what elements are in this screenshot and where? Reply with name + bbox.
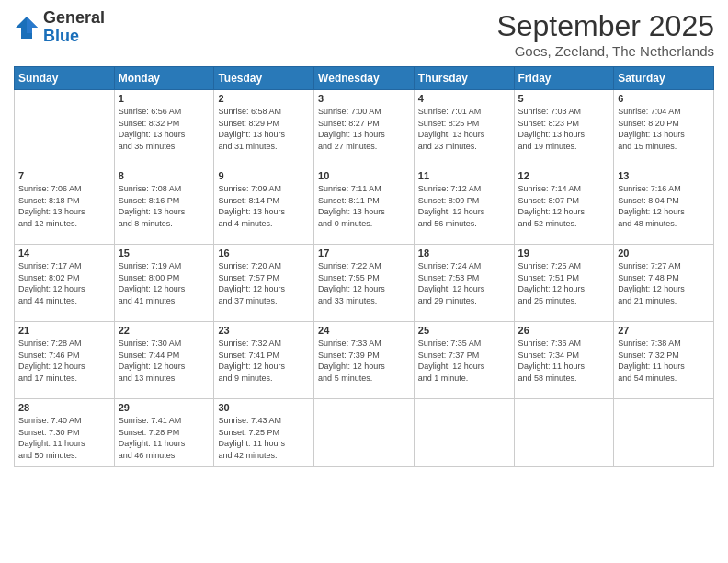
day-info: Sunrise: 7:22 AMSunset: 7:55 PMDaylight:… [318, 260, 410, 306]
day-number: 29 [119, 402, 210, 413]
month-title: September 2025 [496, 9, 714, 43]
day-info: Sunrise: 7:20 AMSunset: 7:57 PMDaylight:… [218, 260, 310, 306]
day-number: 9 [218, 170, 310, 181]
table-row [514, 399, 614, 467]
col-saturday: Saturday [614, 67, 714, 90]
logo-text: General Blue [43, 9, 105, 46]
day-info: Sunrise: 7:08 AMSunset: 8:16 PMDaylight:… [119, 183, 210, 229]
table-row: 4Sunrise: 7:01 AMSunset: 8:25 PMDaylight… [414, 90, 514, 167]
day-info: Sunrise: 7:43 AMSunset: 7:25 PMDaylight:… [218, 415, 310, 461]
day-info: Sunrise: 7:19 AMSunset: 8:00 PMDaylight:… [119, 260, 210, 306]
table-row: 24Sunrise: 7:33 AMSunset: 7:39 PMDayligh… [314, 322, 415, 399]
table-row: 12Sunrise: 7:14 AMSunset: 8:07 PMDayligh… [514, 167, 614, 245]
day-info: Sunrise: 7:12 AMSunset: 8:09 PMDaylight:… [418, 183, 510, 229]
day-number: 13 [618, 170, 710, 181]
day-number: 26 [518, 325, 610, 336]
table-row: 1Sunrise: 6:56 AMSunset: 8:32 PMDaylight… [114, 90, 214, 167]
header: General Blue September 2025 Goes, Zeelan… [14, 9, 714, 59]
table-row: 11Sunrise: 7:12 AMSunset: 8:09 PMDayligh… [414, 167, 514, 245]
table-row [314, 399, 415, 467]
day-number: 20 [618, 247, 710, 259]
day-info: Sunrise: 7:28 AMSunset: 7:46 PMDaylight:… [18, 338, 110, 384]
table-row: 9Sunrise: 7:09 AMSunset: 8:14 PMDaylight… [214, 167, 314, 245]
day-number: 23 [218, 325, 310, 336]
day-number: 7 [18, 170, 110, 181]
day-number: 2 [218, 93, 310, 104]
table-row: 23Sunrise: 7:32 AMSunset: 7:41 PMDayligh… [214, 322, 314, 399]
day-info: Sunrise: 7:06 AMSunset: 8:18 PMDaylight:… [18, 183, 110, 229]
logo-blue: Blue [43, 27, 79, 45]
logo-general: General [43, 8, 105, 27]
table-row: 21Sunrise: 7:28 AMSunset: 7:46 PMDayligh… [15, 322, 115, 399]
day-number: 15 [119, 247, 210, 259]
table-row: 25Sunrise: 7:35 AMSunset: 7:37 PMDayligh… [414, 322, 514, 399]
day-info: Sunrise: 7:14 AMSunset: 8:07 PMDaylight:… [518, 183, 610, 229]
day-info: Sunrise: 7:38 AMSunset: 7:32 PMDaylight:… [618, 338, 710, 384]
col-sunday: Sunday [15, 67, 115, 90]
table-row: 14Sunrise: 7:17 AMSunset: 8:02 PMDayligh… [15, 245, 115, 322]
table-row: 22Sunrise: 7:30 AMSunset: 7:44 PMDayligh… [114, 322, 214, 399]
table-row: 18Sunrise: 7:24 AMSunset: 7:53 PMDayligh… [414, 245, 514, 322]
day-number: 11 [418, 170, 510, 181]
day-number: 19 [518, 247, 610, 259]
day-info: Sunrise: 7:09 AMSunset: 8:14 PMDaylight:… [218, 183, 310, 229]
col-wednesday: Wednesday [314, 67, 415, 90]
day-number: 4 [418, 93, 510, 104]
table-row: 17Sunrise: 7:22 AMSunset: 7:55 PMDayligh… [314, 245, 415, 322]
day-info: Sunrise: 7:03 AMSunset: 8:23 PMDaylight:… [518, 106, 610, 152]
table-row: 16Sunrise: 7:20 AMSunset: 7:57 PMDayligh… [214, 245, 314, 322]
title-block: September 2025 Goes, Zeeland, The Nether… [496, 9, 714, 59]
day-number: 10 [318, 170, 410, 181]
table-row [15, 90, 115, 167]
day-info: Sunrise: 7:01 AMSunset: 8:25 PMDaylight:… [418, 106, 510, 152]
day-info: Sunrise: 7:41 AMSunset: 7:28 PMDaylight:… [119, 415, 210, 461]
day-number: 17 [318, 247, 410, 259]
col-monday: Monday [114, 67, 214, 90]
table-row: 5Sunrise: 7:03 AMSunset: 8:23 PMDaylight… [514, 90, 614, 167]
day-info: Sunrise: 7:16 AMSunset: 8:04 PMDaylight:… [618, 183, 710, 229]
day-info: Sunrise: 7:04 AMSunset: 8:20 PMDaylight:… [618, 106, 710, 152]
svg-marker-1 [27, 17, 38, 33]
logo-icon [14, 15, 40, 40]
table-row: 28Sunrise: 7:40 AMSunset: 7:30 PMDayligh… [15, 399, 115, 467]
day-number: 18 [418, 247, 510, 259]
day-info: Sunrise: 7:25 AMSunset: 7:51 PMDaylight:… [518, 260, 610, 306]
table-row [614, 399, 714, 467]
day-info: Sunrise: 7:00 AMSunset: 8:27 PMDaylight:… [318, 106, 410, 152]
day-info: Sunrise: 7:17 AMSunset: 8:02 PMDaylight:… [18, 260, 110, 306]
day-number: 30 [218, 402, 310, 413]
day-info: Sunrise: 7:40 AMSunset: 7:30 PMDaylight:… [18, 415, 110, 461]
day-info: Sunrise: 7:11 AMSunset: 8:11 PMDaylight:… [318, 183, 410, 229]
table-row [414, 399, 514, 467]
table-row: 7Sunrise: 7:06 AMSunset: 8:18 PMDaylight… [15, 167, 115, 245]
day-info: Sunrise: 7:33 AMSunset: 7:39 PMDaylight:… [318, 338, 410, 384]
table-row: 26Sunrise: 7:36 AMSunset: 7:34 PMDayligh… [514, 322, 614, 399]
day-info: Sunrise: 7:30 AMSunset: 7:44 PMDaylight:… [119, 338, 210, 384]
day-number: 22 [119, 325, 210, 336]
day-info: Sunrise: 7:27 AMSunset: 7:48 PMDaylight:… [618, 260, 710, 306]
table-row: 29Sunrise: 7:41 AMSunset: 7:28 PMDayligh… [114, 399, 214, 467]
day-number: 25 [418, 325, 510, 336]
table-row: 6Sunrise: 7:04 AMSunset: 8:20 PMDaylight… [614, 90, 714, 167]
page: General Blue September 2025 Goes, Zeelan… [0, 0, 728, 563]
day-number: 8 [119, 170, 210, 181]
day-number: 12 [518, 170, 610, 181]
col-friday: Friday [514, 67, 614, 90]
table-row: 19Sunrise: 7:25 AMSunset: 7:51 PMDayligh… [514, 245, 614, 322]
table-row: 2Sunrise: 6:58 AMSunset: 8:29 PMDaylight… [214, 90, 314, 167]
day-info: Sunrise: 7:24 AMSunset: 7:53 PMDaylight:… [418, 260, 510, 306]
table-row: 20Sunrise: 7:27 AMSunset: 7:48 PMDayligh… [614, 245, 714, 322]
logo: General Blue [14, 9, 105, 46]
calendar-header-row: Sunday Monday Tuesday Wednesday Thursday… [15, 67, 714, 90]
day-info: Sunrise: 7:32 AMSunset: 7:41 PMDaylight:… [218, 338, 310, 384]
day-number: 6 [618, 93, 710, 104]
day-number: 27 [618, 325, 710, 336]
day-number: 1 [119, 93, 210, 104]
subtitle: Goes, Zeeland, The Netherlands [496, 43, 714, 59]
day-number: 3 [318, 93, 410, 104]
table-row: 30Sunrise: 7:43 AMSunset: 7:25 PMDayligh… [214, 399, 314, 467]
day-info: Sunrise: 6:58 AMSunset: 8:29 PMDaylight:… [218, 106, 310, 152]
day-info: Sunrise: 7:35 AMSunset: 7:37 PMDaylight:… [418, 338, 510, 384]
table-row: 10Sunrise: 7:11 AMSunset: 8:11 PMDayligh… [314, 167, 415, 245]
table-row: 27Sunrise: 7:38 AMSunset: 7:32 PMDayligh… [614, 322, 714, 399]
